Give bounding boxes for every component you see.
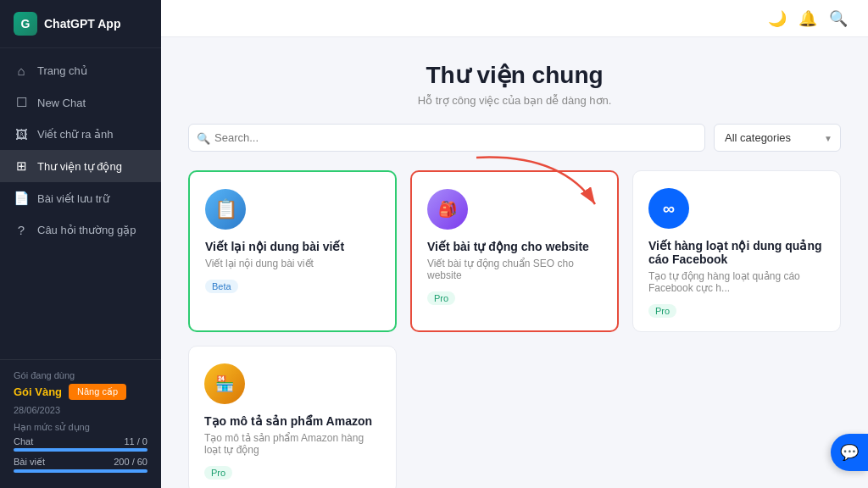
archive-icon: 📄: [14, 191, 29, 206]
card-tao-mo-ta-amazon[interactable]: 🏪 Tạo mô tả sản phẩm Amazon Tạo mô tả sả…: [188, 346, 397, 488]
notification-icon[interactable]: 🔔: [798, 9, 817, 28]
search-row: 🔍 All categories ▼: [188, 124, 841, 152]
card-title: Viết hàng loạt nội dung quảng cáo Facebo…: [648, 239, 825, 266]
topbar: 🌙 🔔 🔍: [161, 0, 868, 37]
badge-beta: Beta: [205, 280, 238, 293]
card-desc: Tạo mô tả sản phẩm Amazon hàng loạt tự đ…: [204, 432, 381, 456]
card-viet-lai-noi-dung[interactable]: 📋 Viết lại nội dung bài viết Viết lại nộ…: [188, 170, 397, 332]
sidebar: G ChatGPT App ⌂ Trang chủ ☐ New Chat 🖼 V…: [0, 0, 161, 488]
sidebar-item-label: Thư viện tự động: [37, 160, 122, 173]
app-logo-text: ChatGPT App: [44, 17, 120, 30]
plan-date: 28/06/2023: [14, 405, 147, 415]
chat-progress-bar: [14, 448, 147, 452]
sidebar-item-trang-chu[interactable]: ⌂ Trang chủ: [0, 55, 161, 86]
app-logo-icon: G: [14, 12, 37, 36]
baivet-progress-bar: [14, 469, 147, 473]
chat-usage-label: Chat: [14, 436, 33, 446]
card-desc: Tạo tự động hàng loạt quảng cáo Facebook…: [648, 270, 825, 294]
search-input[interactable]: [188, 124, 705, 152]
sidebar-item-thu-vien-tu-dong[interactable]: ⊞ Thư viện tự động: [0, 150, 161, 182]
sidebar-item-cau-hoi-thuong-gap[interactable]: ? Câu hỏi thường gặp: [0, 214, 161, 246]
sidebar-item-bai-viet-luu-tru[interactable]: 📄 Bài viết lưu trữ: [0, 182, 161, 214]
dark-mode-icon[interactable]: 🌙: [768, 9, 787, 28]
content-area: Thư viện chung Hỗ trợ công việc của bạn …: [161, 37, 868, 488]
card-desc: Viết lại nội dung bài viết: [205, 258, 380, 269]
baivet-usage: Bài viết 200 / 60: [14, 457, 147, 473]
main-content: 🌙 🔔 🔍 Thư viện chung Hỗ trợ công việc củ…: [161, 0, 868, 488]
search-wrap: 🔍: [188, 124, 705, 152]
page-subtitle: Hỗ trợ công việc của bạn dễ dàng hơn.: [188, 94, 841, 107]
card-desc: Viết bài tự động chuẩn SEO cho website: [427, 258, 602, 281]
sidebar-item-new-chat[interactable]: ☐ New Chat: [0, 86, 161, 119]
home-icon: ⌂: [14, 64, 29, 78]
sidebar-bottom: Gói đang dùng Gói Vàng Nâng cấp 28/06/20…: [0, 359, 161, 488]
sidebar-item-viet-chu-ra-anh[interactable]: 🖼 Viết chữ ra ảnh: [0, 119, 161, 150]
badge-pro: Pro: [204, 466, 232, 480]
document-icon: 📋: [214, 198, 237, 220]
card-icon-blue: 📋: [205, 189, 246, 230]
card-title: Viết lại nội dung bài viết: [205, 240, 380, 253]
badge-pro: Pro: [427, 291, 455, 305]
card-title: Viết bài tự động cho website: [427, 240, 602, 253]
meta-icon: ∞: [663, 199, 675, 219]
card-title: Tạo mô tả sản phẩm Amazon: [204, 414, 381, 428]
plan-header: Gói đang dùng: [14, 370, 147, 380]
badge-pro: Pro: [648, 304, 676, 318]
chat-icon: 💬: [840, 443, 859, 462]
bag-icon: 🎒: [438, 200, 457, 219]
card-viet-hang-loat[interactable]: ∞ Viết hàng loạt nội dung quảng cáo Face…: [632, 170, 841, 332]
sidebar-item-label: New Chat: [37, 97, 86, 109]
chat-usage: Chat 11 / 0: [14, 436, 147, 452]
card-icon-meta: ∞: [648, 188, 689, 229]
library-icon: ⊞: [14, 158, 29, 174]
sidebar-logo: G ChatGPT App: [0, 0, 161, 48]
sidebar-item-label: Viết chữ ra ảnh: [37, 128, 114, 141]
card-viet-bai-tu-dong[interactable]: 🎒 Viết bài tự động cho website Viết bài …: [410, 170, 619, 332]
usage-header: Hạn mức sử dụng: [14, 422, 147, 433]
upgrade-button[interactable]: Nâng cấp: [69, 384, 126, 400]
category-select[interactable]: All categories: [714, 124, 841, 152]
faq-icon: ?: [14, 223, 29, 237]
sidebar-item-label: Trang chủ: [37, 64, 87, 77]
card-icon-amazon: 🏪: [204, 363, 245, 404]
page-title: Thư viện chung: [188, 61, 841, 89]
baivet-progress-fill: [14, 469, 147, 473]
fab-chat-button[interactable]: 💬: [831, 434, 868, 471]
category-select-wrap: All categories ▼: [714, 124, 841, 152]
chat-usage-value: 11 / 0: [124, 436, 147, 446]
plan-name: Gói Vàng: [14, 385, 62, 398]
shop-icon: 🏪: [215, 374, 234, 393]
image-icon: 🖼: [14, 127, 29, 141]
card-icon-purple: 🎒: [427, 189, 468, 230]
sidebar-item-label: Câu hỏi thường gặp: [37, 224, 136, 236]
chat-progress-fill: [14, 448, 147, 452]
new-chat-icon: ☐: [14, 95, 29, 110]
cards-grid: 📋 Viết lại nội dung bài viết Viết lại nộ…: [188, 170, 841, 488]
baivet-usage-value: 200 / 60: [114, 457, 147, 468]
sidebar-item-label: Bài viết lưu trữ: [37, 192, 109, 205]
baivet-usage-label: Bài viết: [14, 457, 45, 468]
sidebar-nav: ⌂ Trang chủ ☐ New Chat 🖼 Viết chữ ra ảnh…: [0, 48, 161, 359]
search-topbar-icon[interactable]: 🔍: [829, 9, 848, 28]
search-icon: 🔍: [197, 131, 210, 144]
